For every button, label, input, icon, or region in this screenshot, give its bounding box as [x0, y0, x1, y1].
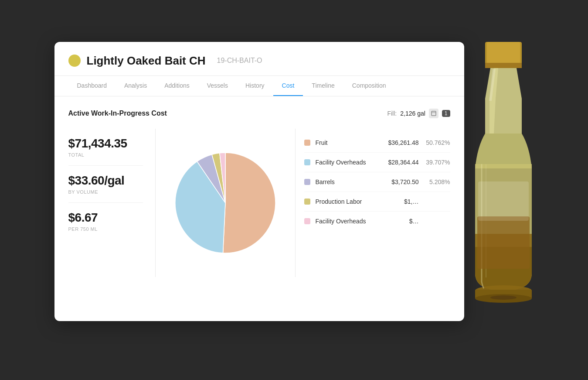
legend-name: Barrels: [316, 178, 374, 185]
nav-tab-cost[interactable]: Cost: [273, 76, 303, 96]
legend-item: Production Labor $1,…: [304, 192, 450, 212]
fill-count: 1: [442, 110, 450, 117]
legend-item: Barrels $3,720.50 5.208%: [304, 172, 450, 192]
legend-amount: $…: [380, 218, 419, 225]
stat-label: PER 750 mL: [68, 226, 143, 232]
chart-panel: [156, 129, 295, 277]
section-title: Active Work-In-Progress Cost: [68, 110, 167, 117]
svg-point-5: [475, 285, 532, 296]
svg-point-8: [490, 295, 517, 300]
legend-color-dot: [304, 218, 310, 224]
legend-pct: 5.208%: [424, 178, 450, 185]
stat-amount: $71,434.35: [68, 137, 143, 151]
nav-tabs: DashboardAnalysisAdditionsVesselsHistory…: [54, 76, 464, 96]
pie-segment: [223, 153, 275, 253]
svg-rect-6: [475, 290, 532, 298]
nav-tab-timeline[interactable]: Timeline: [303, 76, 343, 96]
legend-name: Facility Overheads: [316, 218, 374, 225]
legend-color-dot: [304, 179, 310, 185]
data-row: $71,434.35 TOTAL $33.60/gal BY VOLUME $6…: [68, 129, 450, 277]
legend-item: Fruit $36,261.48 50.762%: [304, 133, 450, 153]
stat-block: $71,434.35 TOTAL: [68, 129, 143, 166]
nav-tab-history[interactable]: History: [237, 76, 273, 96]
stat-amount: $6.67: [68, 211, 143, 225]
legend-color-dot: [304, 199, 310, 205]
legend-panel: Fruit $36,261.48 50.762% Facility Overhe…: [295, 129, 450, 277]
svg-point-7: [475, 294, 532, 303]
legend-amount: $28,364.44: [380, 159, 419, 166]
legend-amount: $1,…: [380, 198, 419, 205]
fill-label: Fill:: [387, 110, 397, 117]
svg-rect-0: [432, 111, 436, 116]
wine-bottle-overlay: [447, 29, 569, 360]
stat-amount: $33.60/gal: [68, 174, 143, 188]
legend-color-dot: [304, 159, 310, 165]
section-header: Active Work-In-Progress Cost Fill: 2,126…: [68, 109, 450, 118]
vessel-icon: [429, 109, 438, 118]
main-card: Lightly Oaked Bait CH 19-CH-BAIT-O Dashb…: [54, 42, 464, 321]
card-content: Active Work-In-Progress Cost Fill: 2,126…: [54, 96, 464, 289]
wine-dot: [68, 55, 81, 67]
svg-rect-4: [485, 63, 522, 68]
card-header: Lightly Oaked Bait CH 19-CH-BAIT-O: [54, 42, 464, 76]
legend-name: Production Labor: [316, 198, 374, 205]
svg-rect-10: [478, 181, 529, 221]
svg-rect-9: [477, 216, 530, 269]
fill-info: Fill: 2,126 gal 1: [387, 109, 450, 118]
stat-block: $33.60/gal BY VOLUME: [68, 166, 143, 203]
legend-item: Facility Overheads $28,364.44 39.707%: [304, 153, 450, 172]
stats-panel: $71,434.35 TOTAL $33.60/gal BY VOLUME $6…: [68, 129, 156, 277]
legend-amount: $3,720.50: [380, 178, 419, 185]
legend-pct: 39.707%: [424, 159, 450, 166]
pie-svg: [169, 146, 282, 260]
wine-name: Lightly Oaked Bait CH: [87, 54, 206, 68]
wine-id: 19-CH-BAIT-O: [217, 57, 262, 65]
legend-name: Fruit: [316, 139, 374, 146]
legend-color-dot: [304, 140, 310, 146]
stat-label: TOTAL: [68, 152, 143, 157]
scene: Lightly Oaked Bait CH 19-CH-BAIT-O Dashb…: [54, 42, 534, 339]
fill-value: 2,126 gal: [400, 110, 425, 117]
nav-tab-analysis[interactable]: Analysis: [116, 76, 156, 96]
nav-tab-additions[interactable]: Additions: [156, 76, 198, 96]
nav-tab-vessels[interactable]: Vessels: [198, 76, 237, 96]
pie-chart: [169, 146, 282, 260]
nav-tab-composition[interactable]: Composition: [343, 76, 395, 96]
legend-amount: $36,261.48: [380, 139, 419, 146]
stat-block: $6.67 PER 750 mL: [68, 203, 143, 240]
legend-name: Facility Overheads: [316, 159, 374, 166]
legend-item: Facility Overheads $…: [304, 212, 450, 231]
stat-label: BY VOLUME: [68, 189, 143, 195]
svg-rect-2: [485, 42, 522, 66]
nav-tab-dashboard[interactable]: Dashboard: [68, 76, 116, 96]
svg-rect-3: [487, 42, 520, 66]
legend-pct: 50.762%: [424, 139, 450, 146]
